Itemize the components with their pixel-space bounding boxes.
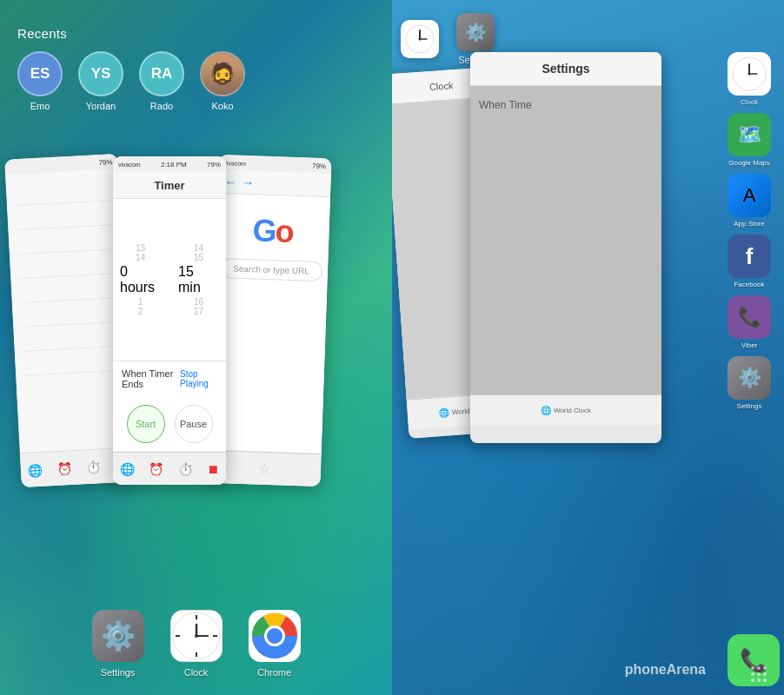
dot: [751, 672, 754, 676]
recents-avatars: ES Emo YS Yordan RA Rado 🧔 Koko: [17, 51, 375, 111]
chrome-icon-svg: [249, 610, 301, 662]
sidebar-maps-icon: 🗺️: [728, 113, 771, 156]
left-dock: ⚙️ Settings: [0, 610, 392, 678]
url-bar[interactable]: Search or type URL: [220, 258, 322, 281]
forward-button[interactable]: →: [242, 175, 255, 189]
dot: [751, 678, 754, 682]
svg-point-7: [195, 634, 198, 638]
clock-dock-icon: [170, 610, 223, 662]
card2-content: Timer 13 14 0 hours 1 2: [113, 172, 226, 485]
pause-button[interactable]: Pause: [175, 405, 213, 443]
sidebar-viber[interactable]: 📞 Viber: [721, 295, 777, 349]
card2-title: Timer: [154, 179, 184, 192]
avatar-rado[interactable]: RA Rado: [139, 51, 184, 111]
sidebar-clock-icon: [728, 52, 771, 96]
sidebar-viber-icon: 📞: [728, 295, 771, 339]
clock-dock-label: Clock: [184, 667, 209, 678]
sidebar-viber-label: Viber: [741, 341, 758, 349]
chrome-dock-icon: [249, 610, 301, 662]
avatar-ra-circle: RA: [139, 51, 184, 96]
left-panel: Recents ES Emo YS Yordan RA Rado: [0, 0, 392, 695]
dot: [763, 678, 767, 682]
back-button[interactable]: ←: [224, 175, 237, 189]
switcher-settings-icon: ⚙️: [456, 13, 495, 51]
avatar-emo[interactable]: ES Emo: [17, 51, 63, 111]
settings-dock-icon: ⚙️: [92, 610, 144, 662]
dock-settings[interactable]: ⚙️ Settings: [92, 610, 144, 678]
recents-section: Recents ES Emo YS Yordan RA Rado: [17, 26, 375, 111]
sidebar-maps-label: Google Maps: [728, 159, 770, 167]
sidebar-facebook-label: Facebook: [734, 281, 764, 288]
google-logo: Go: [252, 212, 293, 250]
dock-chrome[interactable]: Chrome: [249, 610, 301, 678]
settings-dock-label: Settings: [101, 667, 136, 678]
card1-row: [23, 347, 120, 376]
avatar-yordan-label: Yordan: [86, 101, 116, 111]
bookmark-icon: ☆: [258, 460, 271, 477]
chrome-body: Go Search or type URL: [209, 194, 330, 453]
sidebar-clock-label: Clock: [741, 98, 758, 106]
card2-screen: Timer 13 14 0 hours 1 2: [113, 172, 226, 485]
settings-card-title: Settings: [541, 62, 589, 76]
stop-playing-button[interactable]: Stop Playing: [180, 369, 217, 388]
phonearena-watermark: phoneArena: [625, 662, 706, 678]
avatar-es-circle: ES: [17, 51, 63, 96]
sidebar-facebook[interactable]: f Facebook: [721, 235, 777, 288]
avatar-koko-face: 🧔: [202, 53, 243, 95]
when-timer-ends-label: When Timer Ends: [122, 368, 180, 389]
chrome-dock-label: Chrome: [257, 667, 291, 678]
sidebar-facebook-icon: f: [728, 235, 771, 278]
sidebar-appstore[interactable]: A App Store: [721, 174, 777, 228]
avatar-emo-label: Emo: [30, 101, 50, 111]
dot: [763, 666, 767, 670]
card2-tabbar: 🌐 ⏰ ⏱️ ⏹: [113, 452, 226, 485]
dot: [757, 678, 761, 682]
sidebar-settings-label: Settings: [737, 402, 762, 410]
dot: [757, 666, 761, 670]
right-panel: ⚙️ Settings Clock 🌐 World Clock Settings: [392, 0, 784, 695]
card2-header: Timer: [113, 172, 226, 199]
sidebar-settings[interactable]: ⚙️ Settings: [721, 356, 777, 410]
avatar-rado-label: Rado: [150, 101, 173, 111]
app-cards-container: 79% 🌐 ⏰: [0, 156, 392, 485]
mins-picker[interactable]: 14 15 15 min 16 17: [178, 243, 219, 316]
sidebar-appstore-label: App Store: [734, 220, 765, 228]
settings-card-body: When Time: [470, 86, 661, 394]
avatar-yordan[interactable]: YS Yordan: [78, 51, 123, 111]
sidebar-maps[interactable]: 🗺️ Google Maps: [721, 113, 777, 167]
clock-face-svg: [171, 611, 222, 661]
dot: [763, 672, 767, 676]
svg-point-19: [748, 73, 751, 76]
sidebar-clock-svg: [731, 56, 767, 92]
svg-point-11: [267, 628, 282, 644]
switcher-clock-svg: [404, 23, 435, 55]
switcher-settings-card[interactable]: Settings When Time 🌐 World Clock: [470, 52, 661, 443]
timer-buttons: Start Pause: [113, 396, 226, 452]
timer-picker[interactable]: 13 14 0 hours 1 2 14 15 15 min 16: [113, 199, 226, 361]
avatar-koko-photo: 🧔: [200, 51, 245, 96]
card2-statusbar: vivacom 2:18 PM 79%: [113, 156, 226, 172]
dock-clock[interactable]: Clock: [170, 610, 223, 678]
avatar-koko-label: Koko: [211, 101, 233, 111]
avatar-ys-circle: YS: [78, 51, 123, 96]
app-card-timer[interactable]: vivacom 2:18 PM 79% Timer 13 14 0 hours: [113, 156, 226, 485]
avatar-koko[interactable]: 🧔 Koko: [200, 51, 245, 111]
recents-label: Recents: [17, 26, 375, 41]
sidebar-appstore-icon: A: [728, 174, 771, 217]
hours-picker[interactable]: 13 14 0 hours 1 2: [120, 243, 161, 316]
when-timer-ends-row[interactable]: When Timer Ends Stop Playing: [113, 361, 226, 396]
sidebar-clock[interactable]: Clock: [721, 52, 777, 106]
app-switcher-cards: Clock 🌐 World Clock Settings When Time 🌐…: [401, 52, 714, 626]
dot: [757, 672, 761, 676]
right-sidebar-icons: Clock 🗺️ Google Maps A App Store f Faceb…: [714, 52, 784, 410]
when-timer-text: When Time: [479, 95, 653, 116]
dot: [751, 666, 754, 670]
sidebar-settings-icon: ⚙️: [728, 356, 771, 400]
bottom-dots: [751, 666, 767, 682]
settings-card-header: Settings: [470, 52, 661, 86]
svg-point-15: [419, 38, 422, 41]
start-button[interactable]: Start: [127, 405, 165, 443]
